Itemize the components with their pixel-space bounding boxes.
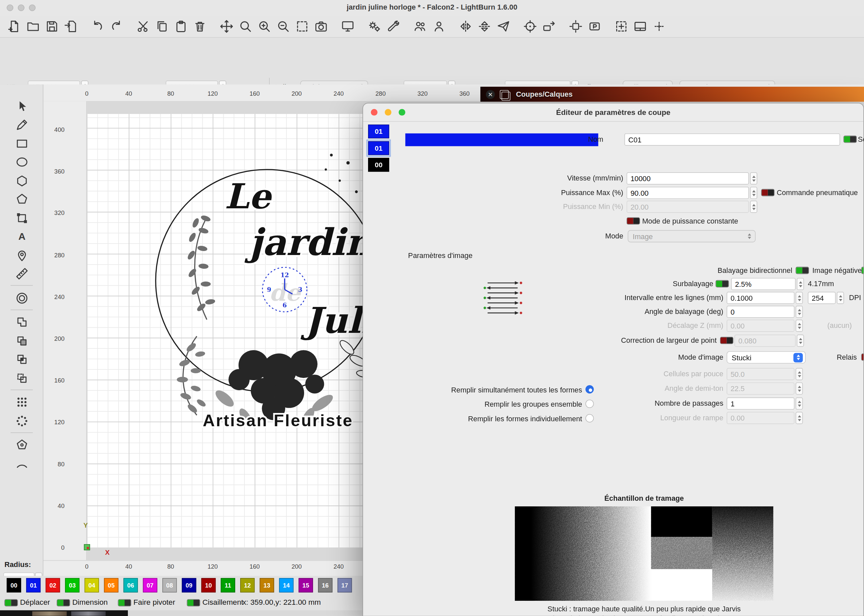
halftone-stepper[interactable]	[796, 382, 803, 395]
name-field[interactable]: C01	[625, 134, 840, 146]
output-toggle[interactable]	[844, 135, 857, 143]
status-toggle-4[interactable]	[187, 599, 200, 607]
bidirectional-toggle[interactable]	[796, 267, 809, 274]
dpi-stepper[interactable]	[837, 292, 844, 304]
import-icon[interactable]	[61, 17, 80, 36]
palette-color-12[interactable]: 12	[240, 578, 255, 592]
machine-settings-icon[interactable]	[384, 17, 403, 36]
speed-field[interactable]: 10000	[626, 172, 749, 184]
palette-color-05[interactable]: 05	[104, 578, 119, 592]
mirror-horizontal-icon[interactable]	[456, 17, 475, 36]
z-offset-stepper[interactable]	[796, 320, 803, 332]
weld-shapes-tool[interactable]	[13, 314, 30, 330]
constant-power-toggle[interactable]	[626, 217, 640, 225]
cells-field[interactable]: 50.0	[727, 368, 795, 380]
grid-array-tool[interactable]	[13, 394, 30, 410]
layer-item-01-1[interactable]: 01	[368, 141, 389, 155]
palette-color-16[interactable]: 16	[318, 578, 333, 592]
move-icon[interactable]	[217, 17, 236, 36]
cuts-layers-tab[interactable]: ✕ Coupes/Calques	[480, 87, 864, 102]
pan-zoom-icon[interactable]	[236, 17, 255, 36]
palette-color-01[interactable]: 01	[26, 578, 41, 592]
group-icon[interactable]	[411, 17, 430, 36]
undo-icon[interactable]	[88, 17, 107, 36]
overscan-toggle[interactable]	[716, 280, 729, 288]
ungroup-icon[interactable]	[430, 17, 448, 36]
image-mode-dropdown[interactable]: Stucki	[727, 351, 805, 364]
interval-field[interactable]: 0.1000	[727, 292, 795, 304]
dot-width-toggle[interactable]	[720, 337, 733, 344]
ellipse-tool[interactable]	[13, 154, 30, 170]
air-assist-toggle[interactable]	[761, 189, 774, 196]
power-max-stepper[interactable]	[750, 187, 757, 199]
palette-color-06[interactable]: 06	[124, 578, 138, 592]
open-file-icon[interactable]	[23, 17, 42, 36]
send-to-laser-icon[interactable]	[494, 17, 513, 36]
z-offset-field[interactable]: 0.00	[727, 320, 795, 332]
mirror-vertical-icon[interactable]	[475, 17, 494, 36]
frame-crosshair-icon[interactable]	[612, 17, 630, 36]
fill-all-radio[interactable]	[585, 385, 594, 393]
dock-thumbnail[interactable]	[71, 611, 106, 615]
palette-color-09[interactable]: 09	[182, 578, 197, 592]
overscan-stepper[interactable]	[797, 278, 804, 290]
palette-color-11[interactable]: 11	[220, 578, 235, 592]
power-min-stepper[interactable]	[750, 201, 757, 213]
palette-color-13[interactable]: 13	[260, 578, 274, 592]
measure-tool[interactable]	[13, 265, 30, 282]
cut-shapes-tool[interactable]	[13, 369, 30, 386]
layer-color-bar[interactable]	[405, 134, 598, 146]
palette-color-04[interactable]: 04	[85, 578, 99, 592]
palette-color-00[interactable]: 00	[6, 578, 21, 592]
more-tools-icon[interactable]	[649, 17, 668, 36]
camera-icon[interactable]	[312, 17, 330, 36]
frame-selection-icon[interactable]	[293, 17, 312, 36]
show-laser-position-icon[interactable]	[521, 17, 539, 36]
palette-color-08[interactable]: 08	[162, 578, 177, 592]
relay-toggle[interactable]	[861, 354, 864, 361]
palette-color-02[interactable]: 02	[46, 578, 60, 592]
negative-image-toggle[interactable]	[861, 267, 864, 274]
device-settings-icon[interactable]	[365, 17, 384, 36]
status-toggle-3[interactable]	[118, 599, 131, 607]
passes-field[interactable]: 1	[727, 398, 795, 410]
move-laser-icon[interactable]	[539, 17, 558, 36]
dock-thumbnail[interactable]	[32, 611, 66, 615]
ramp-stepper[interactable]	[796, 412, 803, 424]
boolean-subtract-tool[interactable]	[13, 333, 30, 349]
palette-color-17[interactable]: 17	[338, 578, 352, 592]
shape-properties-tool[interactable]	[13, 437, 30, 453]
interval-stepper[interactable]	[796, 292, 803, 304]
circular-array-tool[interactable]	[13, 412, 30, 429]
cut-icon[interactable]	[134, 17, 153, 36]
paste-icon[interactable]	[171, 17, 190, 36]
overscan-field[interactable]: 2.5%	[731, 278, 796, 290]
status-toggle-2[interactable]	[57, 599, 70, 607]
layer-item-00-2[interactable]: 00	[368, 158, 389, 172]
scan-angle-field[interactable]: 0	[727, 306, 795, 318]
edit-nodes-tool[interactable]	[13, 210, 30, 226]
dock-panels-icon[interactable]	[630, 17, 649, 36]
status-toggle-1[interactable]	[4, 599, 17, 607]
palette-color-10[interactable]: 10	[201, 578, 216, 592]
jog-controls-icon[interactable]	[566, 17, 585, 36]
delete-icon[interactable]	[190, 17, 209, 36]
park-laser-icon[interactable]	[585, 17, 604, 36]
copy-icon[interactable]	[153, 17, 171, 36]
power-max-field[interactable]: 90.00	[626, 187, 749, 199]
boolean-intersect-tool[interactable]	[13, 351, 30, 368]
zoom-out-icon[interactable]	[274, 17, 293, 36]
dpi-field[interactable]: 254	[808, 292, 836, 304]
offset-shapes-tool[interactable]	[13, 289, 30, 306]
halftone-field[interactable]: 22.5	[727, 382, 795, 395]
passes-stepper[interactable]	[796, 398, 803, 410]
polygon-tool[interactable]	[13, 172, 30, 189]
redo-icon[interactable]	[107, 17, 126, 36]
star-tool[interactable]	[13, 191, 30, 207]
speed-stepper[interactable]	[750, 172, 757, 184]
mode-dropdown[interactable]: Image	[628, 230, 756, 242]
palette-color-14[interactable]: 14	[279, 578, 294, 592]
palette-color-03[interactable]: 03	[65, 578, 80, 592]
arc-tool[interactable]	[13, 455, 30, 471]
cells-stepper[interactable]	[796, 368, 803, 380]
